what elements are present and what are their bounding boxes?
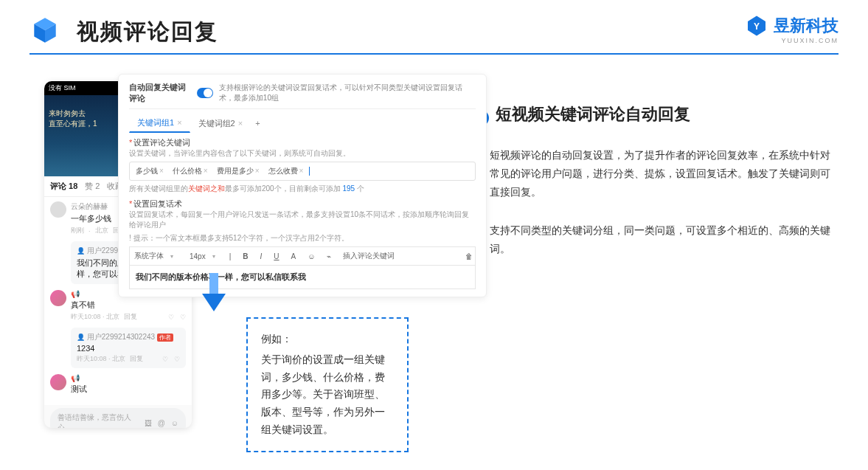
keyword-chip[interactable]: 怎么收费× bbox=[265, 165, 307, 177]
logo-icon: Y bbox=[746, 15, 768, 37]
add-tab-button[interactable]: + bbox=[255, 119, 260, 128]
brand-logo: Y 昱新科技 YUUXIN.COM bbox=[746, 15, 839, 44]
reply-field-label: *设置回复话术 bbox=[129, 198, 476, 210]
comment-item: 📢 测试 bbox=[50, 374, 186, 395]
logo-text: 昱新科技 bbox=[774, 15, 839, 37]
keywords-input[interactable]: 多少钱× 什么价格× 费用是多少× 怎么收费× bbox=[129, 162, 476, 181]
auto-reply-desc: 支持根据评论的关键词设置回复话术，可以针对不同类型关键词设置回复话术，最多添加1… bbox=[219, 83, 476, 103]
reply-field-tip: ! 提示：一个富文本框最多支持512个字符，一个汉字占用2个字符。 bbox=[129, 233, 476, 243]
insert-keyword-button[interactable]: 插入评论关键词 bbox=[341, 251, 397, 261]
example-body: 关于询价的设置成一组关键词，多少钱、什么价格，费用多少等。关于咨询班型、版本、型… bbox=[261, 351, 394, 439]
dislike-icon[interactable]: ♡ bbox=[174, 356, 180, 363]
keyword-group-tabs: 关键词组1× 关键词组2× + bbox=[129, 114, 476, 133]
auto-reply-toggle[interactable] bbox=[197, 88, 213, 98]
size-select[interactable]: 14px▾ bbox=[185, 252, 220, 260]
section-subtitle: 短视频关键词评论自动回复 bbox=[496, 103, 690, 125]
auto-reply-label: 自动回复关键词评论 bbox=[129, 82, 191, 104]
comment-input[interactable]: 善语结善缘，恶言伤人心 🖼 @ ☺ bbox=[50, 408, 186, 428]
heart-icon[interactable]: ♡ bbox=[162, 356, 168, 363]
tab-keyword-group-1[interactable]: 关键词组1× bbox=[129, 114, 190, 133]
emoji-icon[interactable]: ☺ bbox=[305, 252, 317, 260]
svg-rect-5 bbox=[209, 273, 218, 295]
dislike-icon[interactable]: ♡ bbox=[180, 314, 186, 321]
cube-icon bbox=[29, 15, 60, 49]
image-icon[interactable]: 🖼 bbox=[145, 419, 152, 427]
italic-icon[interactable]: I bbox=[258, 252, 265, 260]
description-column: 短视频关键词评论自动回复 短视频评论的自动回复设置，为了提升作者的评论回复效率，… bbox=[465, 103, 833, 277]
avatar bbox=[50, 201, 66, 218]
arrow-down-icon bbox=[199, 273, 229, 317]
keywords-field-note: 设置关键词，当评论里内容包含了以下关键词，则系统可自动回复。 bbox=[129, 148, 476, 159]
heart-icon[interactable]: ♡ bbox=[168, 314, 174, 321]
logo-subtext: YUUXIN.COM bbox=[746, 37, 839, 44]
keywords-field-label: *设置评论关键词 bbox=[129, 137, 476, 148]
keywords-limit-hint: 所有关键词组里的关键词之和最多可添加200个，目前剩余可添加 195 个 bbox=[129, 184, 476, 194]
reply-field-note: 设置回复话术，每回复一个用户评论只发送一条话术，最多支持设置10条不同话术，按添… bbox=[129, 210, 476, 230]
page-title: 视频评论回复 bbox=[77, 17, 218, 47]
reply-link[interactable]: 回复 bbox=[130, 354, 143, 364]
emoji-icon[interactable]: ☺ bbox=[171, 419, 178, 427]
comment-reply: 👤 用户2299214302243作者 1234 昨天10:08 · 北京回复♡… bbox=[71, 328, 186, 368]
reply-link[interactable]: 回复 bbox=[124, 312, 137, 322]
editor-toolbar: 系统字体▾ 14px▾ | B I U A ☺ ⌁ 插入评论关键词 🗑 bbox=[129, 246, 476, 265]
bullet-item: 支持不同类型的关键词分组，同一类问题，可设置多个相近的、高频的关键词。 bbox=[472, 221, 833, 258]
reply-editor[interactable]: 我们不同的版本价格不一样，您可以私信联系我 bbox=[129, 265, 476, 289]
tab-likes[interactable]: 赞 2 bbox=[85, 181, 100, 192]
bullet-item: 短视频评论的自动回复设置，为了提升作者的评论回复效率，在系统中针对常见的评论用户… bbox=[472, 146, 833, 202]
at-icon[interactable]: @ bbox=[158, 419, 165, 427]
author-badge: 作者 bbox=[157, 334, 173, 342]
bold-icon[interactable]: B bbox=[240, 252, 250, 260]
avatar bbox=[50, 290, 66, 306]
svg-marker-6 bbox=[202, 294, 226, 311]
svg-text:Y: Y bbox=[754, 21, 760, 32]
page-header: 视频评论回复 Y 昱新科技 YUUXIN.COM bbox=[29, 15, 839, 49]
header-divider bbox=[29, 53, 839, 55]
keyword-chip[interactable]: 费用是多少× bbox=[214, 165, 263, 177]
close-icon[interactable]: × bbox=[177, 118, 181, 127]
delete-icon[interactable]: 🗑 bbox=[463, 252, 475, 260]
underline-icon[interactable]: U bbox=[271, 252, 281, 260]
close-icon[interactable]: × bbox=[238, 119, 243, 128]
avatar bbox=[50, 374, 66, 390]
example-heading: 例如： bbox=[261, 331, 394, 348]
config-panel: 自动回复关键词评论 支持根据评论的关键词设置回复话术，可以针对不同类型关键词设置… bbox=[118, 74, 487, 297]
keyword-chip[interactable]: 多少钱× bbox=[133, 165, 167, 177]
example-box: 例如： 关于询价的设置成一组关键词，多少钱、什么价格，费用多少等。关于咨询班型、… bbox=[246, 317, 409, 452]
tab-comments[interactable]: 评论 18 bbox=[50, 181, 77, 192]
color-icon[interactable]: A bbox=[289, 252, 299, 260]
font-select[interactable]: 系统字体▾ bbox=[130, 251, 178, 261]
link-icon[interactable]: ⌁ bbox=[324, 252, 333, 260]
tab-keyword-group-2[interactable]: 关键词组2× bbox=[190, 114, 251, 133]
keyword-chip[interactable]: 什么价格× bbox=[170, 165, 211, 177]
